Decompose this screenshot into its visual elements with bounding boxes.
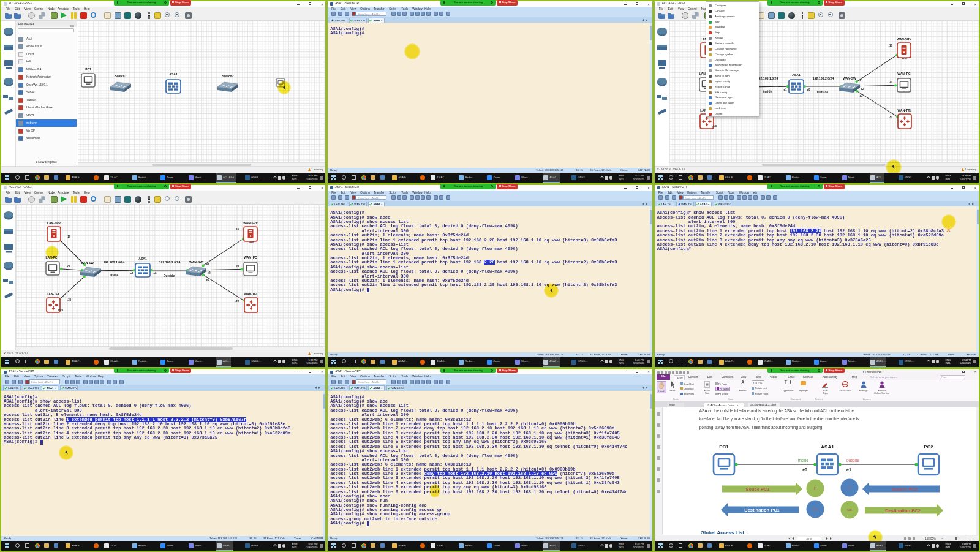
- svg-text:LAN-SRV: LAN-SRV: [47, 221, 61, 225]
- svg-text:e0: e0: [807, 88, 810, 91]
- svg-text:ASA1: ASA1: [821, 444, 834, 450]
- svg-text:Out: Out: [847, 509, 852, 512]
- svg-text:In: In: [814, 487, 816, 490]
- svg-text:inside: inside: [110, 273, 119, 277]
- svg-text:192.168.1.0/24: 192.168.1.0/24: [104, 260, 125, 264]
- svg-text:eth0: eth0: [902, 57, 907, 60]
- svg-text:e0: e0: [153, 272, 157, 275]
- svg-text:.30: .30: [67, 298, 72, 301]
- svg-text:e0/0: e0/0: [58, 308, 64, 311]
- svg-text:ASA1: ASA1: [138, 257, 147, 260]
- svg-text:e0: e0: [802, 467, 807, 472]
- svg-text:Destination PC2: Destination PC2: [885, 508, 921, 513]
- svg-text:e1: e1: [846, 467, 851, 472]
- svg-text:192.168.2.0/24: 192.168.2.0/24: [159, 260, 181, 264]
- svg-text:WAN-SRV: WAN-SRV: [243, 221, 258, 225]
- svg-text:WAN_PC: WAN_PC: [244, 255, 257, 259]
- svg-text:.20: .20: [235, 265, 239, 268]
- svg-text:eth0: eth0: [249, 241, 254, 244]
- svg-text:.20: .20: [888, 81, 892, 84]
- svg-text:WAN-SW: WAN-SW: [843, 77, 856, 80]
- svg-text:LAN-TEL: LAN-TEL: [47, 292, 59, 296]
- svg-text:WAN-TEL: WAN-TEL: [244, 292, 258, 296]
- svg-text:Destination PC1: Destination PC1: [744, 507, 780, 513]
- svg-text:e2: e2: [207, 271, 211, 274]
- svg-text:.20: .20: [66, 265, 70, 268]
- svg-text:Inside: Inside: [797, 458, 809, 463]
- svg-text:e0/0: e0/0: [712, 124, 717, 127]
- svg-text:e1: e1: [859, 79, 863, 82]
- svg-text:e3: e3: [859, 94, 863, 97]
- svg-text:Switch1: Switch1: [115, 74, 127, 78]
- svg-text:PC1: PC1: [719, 444, 729, 450]
- svg-text:Outside: Outside: [164, 274, 175, 278]
- svg-text:WAN-SRV: WAN-SRV: [897, 37, 911, 41]
- svg-text:192.168.1.0/24: 192.168.1.0/24: [756, 77, 778, 80]
- svg-text:ASA1: ASA1: [169, 72, 178, 76]
- svg-text:Souce PC1: Souce PC1: [745, 486, 769, 492]
- svg-text:.30: .30: [888, 116, 892, 119]
- svg-text:e1: e1: [130, 272, 134, 275]
- svg-text:WAN_PC: WAN_PC: [897, 72, 911, 75]
- svg-text:e1: e1: [206, 263, 209, 266]
- svg-text:outside: outside: [846, 458, 859, 463]
- svg-text:.10: .10: [235, 228, 239, 231]
- svg-text:Switch2: Switch2: [222, 74, 234, 78]
- svg-text:Outside: Outside: [816, 90, 828, 94]
- svg-text:PC2: PC2: [924, 444, 933, 450]
- svg-text:.30: .30: [235, 300, 239, 303]
- svg-text:.10: .10: [888, 44, 892, 47]
- svg-text:In: In: [848, 486, 851, 490]
- svg-text:LAN-SW: LAN-SW: [81, 261, 94, 265]
- svg-text:e2: e2: [861, 88, 864, 91]
- svg-text:ASA1: ASA1: [792, 73, 801, 77]
- svg-text:e3: e3: [206, 278, 209, 281]
- svg-text:WAN-TEL: WAN-TEL: [897, 108, 911, 112]
- svg-text:192.168.2.0/24: 192.168.2.0/24: [812, 77, 834, 80]
- svg-text:inside: inside: [763, 89, 772, 93]
- svg-text:Source PC2: Source PC2: [892, 486, 918, 492]
- svg-text:e1: e1: [783, 88, 787, 91]
- svg-text:WAN-SW: WAN-SW: [189, 260, 203, 264]
- svg-text:PC1: PC1: [85, 67, 91, 71]
- svg-text:.10: .10: [67, 235, 71, 238]
- svg-text:Out: Out: [813, 508, 818, 511]
